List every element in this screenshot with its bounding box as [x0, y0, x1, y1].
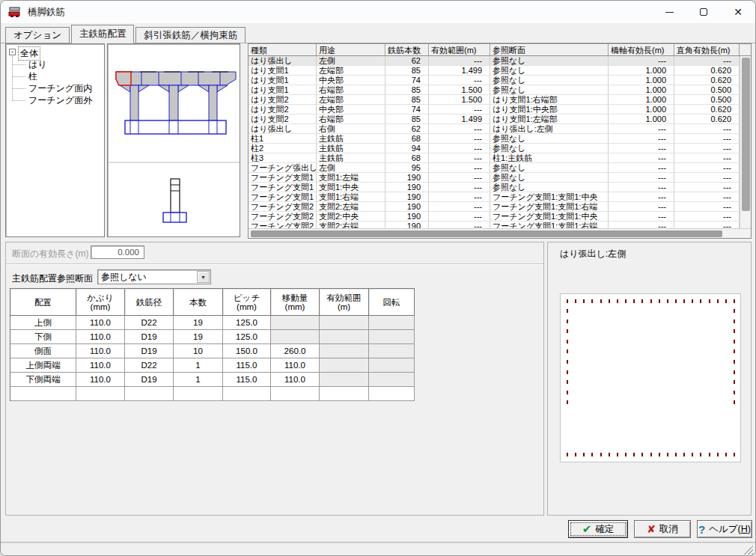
- vertical-scrollbar[interactable]: [740, 56, 751, 230]
- close-button[interactable]: ✕: [721, 1, 755, 23]
- table-cell[interactable]: D19: [125, 330, 174, 344]
- tab-diagonal-rebar[interactable]: 斜引張鉄筋／横拘束筋: [135, 27, 246, 43]
- table-row[interactable]: 柱2主鉄筋94---参照なし------: [249, 144, 751, 153]
- table-cell: はり張出し:左側: [490, 124, 609, 133]
- tree-node-footing-outplane[interactable]: フーチング面外: [27, 95, 94, 106]
- table-cell[interactable]: 115.0: [223, 373, 271, 387]
- help-button[interactable]: ? ヘルプ(H): [697, 520, 752, 538]
- table-row[interactable]: フーチング張出し左側95---参照なし------: [249, 163, 751, 173]
- table-cell: [320, 330, 369, 344]
- table-cell[interactable]: 110.0: [76, 344, 125, 358]
- table-cell: 0.620: [674, 66, 740, 75]
- table-cell: 95: [385, 163, 429, 172]
- table-cell[interactable]: 上側: [10, 316, 76, 330]
- table-cell: 190: [385, 202, 429, 211]
- table-row[interactable]: はり支間1右端部851.500参照なし1.0000.500: [249, 85, 751, 95]
- table-cell[interactable]: [271, 387, 320, 401]
- table-cell[interactable]: 上側両端: [10, 358, 76, 373]
- table-row[interactable]: はり支間2右端部851.499はり支間1:左端部1.0000.620: [249, 114, 751, 124]
- rebar-dot: [692, 299, 693, 303]
- column-header: 参照断面: [490, 44, 609, 55]
- rebar-dot: [717, 453, 719, 456]
- table-cell[interactable]: 110.0: [76, 373, 125, 387]
- ref-section-combobox[interactable]: 参照しない ▼: [97, 269, 211, 284]
- table-cell[interactable]: 110.0: [76, 316, 125, 330]
- table-cell: 中央部: [317, 76, 385, 85]
- table-row[interactable]: 柱3主鉄筋68---柱1:主鉄筋------: [249, 153, 751, 163]
- table-cell: [369, 330, 415, 344]
- preview-title: はり張出し:左側: [560, 248, 626, 260]
- table-row[interactable]: はり支間2左端部851.500はり支間1:右端部1.0000.500: [249, 95, 751, 105]
- tree-node-column[interactable]: 柱: [27, 71, 39, 82]
- minimize-button[interactable]: [652, 1, 686, 23]
- table-cell: 支間2:左端: [317, 202, 385, 211]
- chevron-down-icon[interactable]: ▼: [197, 271, 210, 283]
- table-cell[interactable]: 115.0: [223, 358, 271, 373]
- table-cell: はり支間1:中央部: [490, 105, 609, 114]
- cross-icon: ✘: [647, 523, 656, 535]
- table-cell[interactable]: 1: [174, 358, 223, 373]
- table-row[interactable]: 柱1主鉄筋68---参照なし------: [249, 134, 751, 144]
- table-cell[interactable]: D19: [125, 344, 174, 358]
- tab-main-rebar[interactable]: 主鉄筋配置: [71, 25, 135, 43]
- table-cell[interactable]: [174, 387, 223, 401]
- pier-rebar-dialog: 橋脚鉄筋 ✕ オプション 主鉄筋配置 斜引張鉄筋／横拘束筋 - 全体 はり 柱 …: [0, 0, 756, 556]
- table-row[interactable]: はり支間1左端部851.499参照なし1.0000.620: [249, 66, 751, 76]
- table-cell[interactable]: 10: [174, 344, 223, 358]
- table-cell[interactable]: 下側: [10, 330, 76, 344]
- table-row[interactable]: はり張出し右側62---はり張出し:左側------: [249, 124, 751, 134]
- maximize-button[interactable]: [686, 1, 721, 23]
- table-cell[interactable]: [320, 387, 369, 401]
- scrollbar-thumb[interactable]: [742, 58, 750, 211]
- part-tree: - 全体 はり 柱 フーチング面内 フーチング面外: [5, 43, 105, 237]
- table-cell[interactable]: 125.0: [223, 316, 271, 330]
- rebar-dot: [567, 329, 568, 333]
- table-row[interactable]: はり支間2中央部74---はり支間1:中央部1.0000.620: [249, 105, 751, 114]
- horizontal-scrollbar[interactable]: [249, 228, 751, 238]
- rebar-dot: [583, 299, 585, 303]
- resize-grip[interactable]: [744, 546, 753, 555]
- tab-options[interactable]: オプション: [5, 27, 70, 43]
- table-cell[interactable]: [76, 387, 125, 401]
- table-row[interactable]: フーチング支間2支間2:中央190---フーチング支間1:支間1:中央-----…: [249, 212, 751, 222]
- table-row[interactable]: フーチング支間1支間1:右端190---フーチング支間1:支間1:中央-----…: [249, 192, 751, 202]
- cancel-button[interactable]: ✘ 取消: [634, 520, 691, 538]
- table-cell[interactable]: [223, 387, 271, 401]
- scrollbar-thumb[interactable]: [251, 230, 722, 237]
- table-cell: ---: [674, 56, 740, 65]
- table-cell: ---: [674, 163, 740, 172]
- table-row[interactable]: フーチング支間1支間1:中央190---参照なし------: [249, 183, 751, 192]
- table-cell[interactable]: D22: [125, 358, 174, 373]
- table-cell[interactable]: 110.0: [76, 330, 125, 344]
- tree-expander-icon[interactable]: -: [9, 49, 16, 55]
- table-cell[interactable]: [369, 387, 415, 401]
- table-cell[interactable]: 19: [174, 330, 223, 344]
- table-cell[interactable]: 110.0: [271, 373, 320, 387]
- tree-node-beam[interactable]: はり: [27, 59, 49, 70]
- table-cell[interactable]: D19: [125, 373, 174, 387]
- table-cell[interactable]: D22: [125, 316, 174, 330]
- table-cell[interactable]: 110.0: [76, 358, 125, 373]
- table-cell: ---: [429, 153, 490, 162]
- table-cell: 85: [385, 114, 429, 123]
- table-row[interactable]: フーチング支間1支間1:左端190---参照なし------: [249, 173, 751, 183]
- table-cell[interactable]: 110.0: [271, 358, 320, 373]
- table-cell[interactable]: 19: [174, 316, 223, 330]
- table-cell[interactable]: 下側両端: [10, 373, 76, 387]
- table-cell[interactable]: 側面: [10, 344, 76, 358]
- table-row[interactable]: はり支間1中央部74---参照なし1.0000.620: [249, 76, 751, 85]
- ok-button[interactable]: ✔ 確定: [568, 520, 628, 538]
- table-cell: 柱2: [249, 144, 317, 153]
- table-row[interactable]: フーチング支間2支間2:左端190---フーチング支間1:支間1:右端-----…: [249, 202, 751, 212]
- table-cell: [320, 344, 369, 358]
- table-cell[interactable]: [10, 387, 76, 401]
- table-row[interactable]: はり張出し左側62---参照なし------: [249, 56, 751, 66]
- table-cell[interactable]: 150.0: [223, 344, 271, 358]
- table-cell[interactable]: 125.0: [223, 330, 271, 344]
- tree-node-footing-inplane[interactable]: フーチング面内: [27, 83, 94, 94]
- column-header: 種類: [249, 44, 317, 55]
- table-cell: ---: [429, 173, 490, 182]
- table-cell[interactable]: [125, 387, 174, 401]
- table-cell[interactable]: 1: [174, 373, 223, 387]
- table-cell[interactable]: 260.0: [271, 344, 320, 358]
